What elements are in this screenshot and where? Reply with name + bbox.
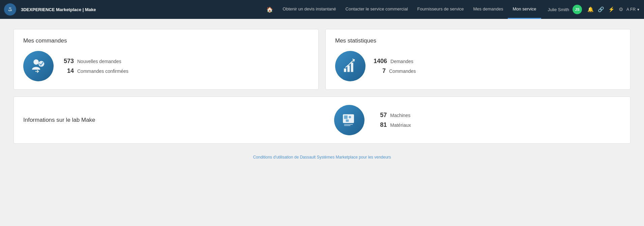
footer-link[interactable]: Conditions d'utilisation de Dassault Sys…: [253, 155, 391, 160]
home-icon[interactable]: 🏠: [262, 6, 278, 13]
share-icon[interactable]: 🔗: [598, 6, 604, 12]
stat-machines-label: Machines: [390, 113, 410, 118]
top-cards-row: Mes commandes 573: [13, 29, 631, 90]
svg-rect-3: [347, 65, 350, 72]
stat-commandes-label: Commandes: [389, 68, 416, 74]
commandes-body: 573 Nouvelles demandes 14 Commandes conf…: [23, 51, 309, 81]
user-name: Julie Smith: [548, 7, 569, 12]
stat-materiaux-number: 81: [375, 121, 387, 129]
stat-nouvelles-label: Nouvelles demandes: [77, 59, 121, 64]
lab-card: Informations sur le lab Make: [13, 96, 631, 144]
statistiques-icon: [342, 57, 359, 75]
statistiques-title: Mes statistiques: [335, 37, 621, 44]
avatar: JS: [573, 5, 582, 14]
svg-rect-4: [351, 63, 353, 72]
logo: 30 v,R 3DEXPERIENCE Marketplace | Make: [4, 3, 96, 16]
header-right: Julie Smith JS 🔔 🔗 ⚡ ⚙ A FR ▼: [548, 5, 640, 14]
statistiques-icon-circle: [335, 51, 365, 81]
stat-row-commandes: 7 Commandes: [374, 67, 416, 75]
svg-rect-10: [344, 125, 351, 126]
statistiques-stats: 1406 Demandes 7 Commandes: [374, 58, 416, 75]
stat-nouvelles-number: 573: [62, 58, 74, 65]
svg-rect-6: [344, 115, 348, 119]
svg-rect-8: [346, 119, 349, 122]
main-nav: 🏠 Obtenir un devis instantané Contacter …: [262, 0, 541, 19]
lab-icon: [341, 111, 358, 129]
commandes-icon-circle: [23, 51, 54, 81]
stat-demandes-number: 1406: [374, 58, 387, 65]
commandes-stats: 573 Nouvelles demandes 14 Commandes conf…: [62, 58, 128, 75]
stat-commandes-number: 7: [374, 67, 386, 75]
app-title: 3DEXPERIENCE Marketplace | Make: [21, 7, 96, 12]
stat-row-demandes: 1406 Demandes: [374, 58, 416, 65]
footer: Conditions d'utilisation de Dassault Sys…: [13, 147, 631, 167]
commandes-icon: [30, 57, 47, 75]
svg-point-7: [349, 116, 351, 118]
language-selector[interactable]: A FR ▼: [626, 7, 640, 12]
lab-icon-circle: [334, 105, 364, 135]
settings-icon[interactable]: ⚙: [619, 6, 623, 12]
notification-icon[interactable]: 🔔: [587, 6, 594, 12]
svg-point-0: [33, 59, 39, 65]
svg-rect-2: [344, 68, 346, 72]
caret-icon: ▼: [637, 8, 640, 11]
commandes-title: Mes commandes: [23, 37, 309, 44]
lab-body: 57 Machines 81 Matériaux: [124, 105, 621, 135]
main-content: Mes commandes 573: [0, 19, 644, 226]
stat-machines-number: 57: [375, 112, 387, 119]
nav-fournisseurs[interactable]: Fournisseurs de service: [413, 0, 469, 19]
stat-confirmees-number: 14: [62, 67, 74, 75]
stat-row-confirmees: 14 Commandes confirmées: [62, 67, 128, 75]
lab-stats: 57 Machines 81 Matériaux: [375, 112, 411, 129]
commandes-card: Mes commandes 573: [13, 29, 319, 90]
lab-title: Informations sur le lab Make: [23, 117, 111, 123]
nav-contact[interactable]: Contacter le service commercial: [341, 0, 413, 19]
nav-service[interactable]: Mon service: [508, 0, 541, 19]
apps-icon[interactable]: ⚡: [608, 6, 615, 12]
stat-row-materiaux: 81 Matériaux: [375, 121, 411, 129]
nav-devis[interactable]: Obtenir un devis instantané: [278, 0, 341, 19]
svg-rect-9: [344, 124, 353, 125]
statistiques-body: 1406 Demandes 7 Commandes: [335, 51, 621, 81]
stat-confirmees-label: Commandes confirmées: [77, 68, 128, 74]
stat-materiaux-label: Matériaux: [390, 122, 411, 128]
nav-demandes[interactable]: Mes demandes: [469, 0, 508, 19]
header: 30 v,R 3DEXPERIENCE Marketplace | Make 🏠…: [0, 0, 644, 19]
stat-row-machines: 57 Machines: [375, 112, 411, 119]
statistiques-card: Mes statistiques 1406: [325, 29, 631, 90]
stat-demandes-label: Demandes: [390, 59, 413, 64]
stat-row-nouvelles: 573 Nouvelles demandes: [62, 58, 128, 65]
translate-icon: A: [626, 7, 629, 12]
ds-logo: 30 v,R: [4, 3, 16, 16]
header-icons: 🔔 🔗 ⚡ ⚙: [587, 6, 623, 12]
